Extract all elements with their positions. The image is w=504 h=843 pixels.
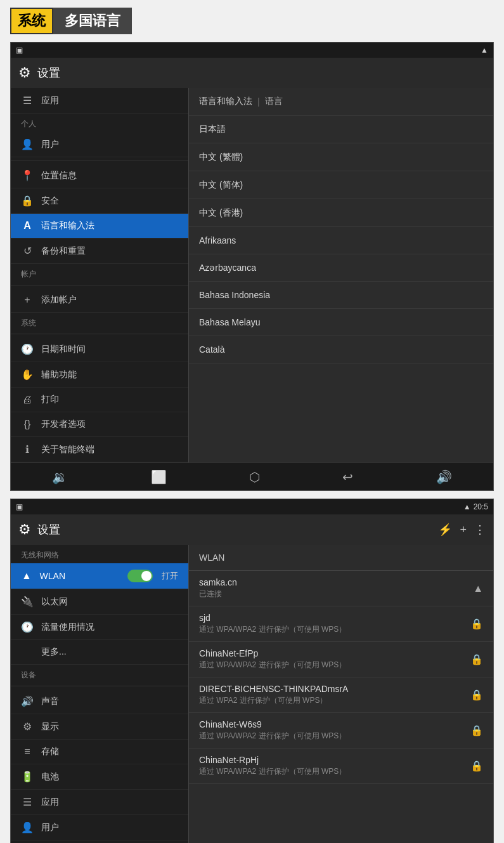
wlan-network-chinanet-efpp[interactable]: ChinaNet-EfPp 通过 WPA/WPA2 进行保护（可使用 WPS） … (189, 642, 493, 677)
add-account-icon-1: + (21, 294, 34, 306)
lang-item-zh-tw[interactable]: 中文 (繁體) (189, 143, 493, 171)
sidebar-item-wlan-2[interactable]: ▲ WLAN 打开 (11, 563, 188, 589)
wlan-status-samka: 已连接 (199, 589, 237, 599)
content-area-2: 无线和网络 ▲ WLAN 打开 🔌 以太网 🕐 流量使 (11, 545, 493, 843)
app-bar-actions-2: ⚡ + ⋮ (438, 523, 486, 537)
lang-item-bahasa-indonesia[interactable]: Bahasa Indonesia (189, 282, 493, 309)
lang-text-japanese: 日本語 (199, 124, 226, 134)
accessibility-icon-1: ✋ (21, 369, 34, 381)
sidebar-user-label-1: 用户 (41, 139, 59, 150)
screen-icon-1: ▣ (16, 46, 23, 55)
lang-item-zh-cn[interactable]: 中文 (简体) (189, 171, 493, 199)
sidebar-security-label-1: 安全 (41, 195, 59, 207)
sound-icon-2: 🔊 (21, 695, 34, 707)
lang-item-azerbaycanca[interactable]: Azərbaycanca (189, 254, 493, 282)
panel-subtitle-1: 语言 (265, 96, 283, 107)
wlan-signal-chinanet-rphj: 🔒 (470, 760, 483, 772)
wlan-info-direct: DIRECT-BICHENSC-THINKPADmsrA 通过 WPA2 进行保… (199, 684, 348, 706)
traffic-icon-2: 🕐 (21, 621, 34, 633)
display-icon-2: ⚙ (21, 721, 34, 733)
sidebar-item-apps-2[interactable]: ☰ 应用 (11, 790, 188, 815)
divider-1 (11, 160, 188, 160)
sidebar-ethernet-label-2: 以太网 (41, 596, 68, 608)
sidebar-item-more-2[interactable]: 更多... (11, 640, 188, 665)
sidebar-item-about-1[interactable]: ℹ 关于智能终端 (11, 437, 188, 462)
sidebar-item-battery-2[interactable]: 🔋 电池 (11, 764, 188, 790)
panel-divider-1: | (257, 96, 260, 107)
screen-icon-2: ▣ (16, 502, 23, 511)
sidebar-language-label-1: 语言和输入法 (41, 220, 94, 232)
lang-text-bahasa-indonesia: Bahasa Indonesia (199, 290, 270, 300)
sidebar-item-accessibility-1[interactable]: ✋ 辅助功能 (11, 362, 188, 388)
wlan-info-chinanet-rphj: ChinaNet-RpHj 通过 WPA/WPA2 进行保护（可使用 WPS） (199, 755, 346, 777)
location-icon-1: 📍 (21, 169, 34, 181)
wlan-network-chinanet-rphj[interactable]: ChinaNet-RpHj 通过 WPA/WPA2 进行保护（可使用 WPS） … (189, 748, 493, 784)
lang-item-bahasa-melayu[interactable]: Bahasa Melayu (189, 309, 493, 336)
sidebar-item-apps-1[interactable]: ☰ 应用 (11, 88, 188, 114)
wlan-status-sjd: 通过 WPA/WPA2 进行保护（可使用 WPS） (199, 624, 346, 635)
ethernet-icon-2: 🔌 (21, 596, 34, 608)
wlan-toggle-switch[interactable] (127, 570, 153, 582)
divider-3 (11, 334, 188, 334)
sidebar-accessibility-label-1: 辅助功能 (41, 369, 77, 381)
wlan-toggle-2: WLAN 打开 (40, 570, 178, 582)
section-system-1: 系统 (11, 313, 188, 331)
header-sys-label: 系统 (10, 8, 53, 34)
sidebar-item-user-1[interactable]: 👤 用户 (11, 132, 188, 157)
lang-item-zh-hk[interactable]: 中文 (香港) (189, 199, 493, 227)
sidebar-item-backup-1[interactable]: ↺ 备份和重置 (11, 239, 188, 264)
sidebar-developer-label-1: 开发者选项 (41, 419, 86, 430)
sidebar-item-location-1[interactable]: 📍 位置信息 (11, 163, 188, 188)
app-bar-title-2: 设置 (37, 522, 432, 537)
print-icon-1: 🖨 (21, 394, 34, 405)
sidebar-item-storage-2[interactable]: ≡ 存储 (11, 740, 188, 764)
recent-apps-icon-1[interactable]: ⬜ (141, 464, 177, 490)
sidebar-item-print-1[interactable]: 🖨 打印 (11, 388, 188, 412)
flash-icon-2[interactable]: ⚡ (438, 523, 452, 537)
wlan-toggle-control[interactable]: 打开 (127, 570, 178, 582)
app-bar-1: ⚙ 设置 (11, 58, 493, 88)
sidebar-item-user-2[interactable]: 👤 用户 (11, 815, 188, 840)
sidebar-item-add-account-1[interactable]: + 添加帐户 (11, 288, 188, 313)
sidebar-sound-label-2: 声音 (41, 696, 59, 707)
vol-down-icon-1[interactable]: 🔉 (42, 464, 78, 490)
back-icon-1[interactable]: ↩ (332, 464, 363, 490)
wlan-network-chinanet-w6s9[interactable]: ChinaNet-W6s9 通过 WPA/WPA2 进行保护（可使用 WPS） … (189, 713, 493, 748)
sidebar-add-account-label-1: 添加帐户 (41, 294, 77, 306)
screen1: ▣ ▲ ⚙ 设置 ☰ 应用 个人 👤 用户 📍 (10, 42, 494, 491)
sidebar-item-display-2[interactable]: ⚙ 显示 (11, 714, 188, 740)
home-icon-1[interactable]: ⬡ (239, 464, 270, 490)
language-icon-1: A (21, 220, 34, 232)
lang-text-azerbaycanca: Azərbaycanca (199, 263, 256, 273)
status-bar-right-2: ▲ 20:5 (463, 502, 488, 511)
sidebar-item-datetime-1[interactable]: 🕐 日期和时间 (11, 337, 188, 362)
more-icon-2[interactable]: ⋮ (474, 523, 486, 537)
panel-header-1: 语言和输入法 | 语言 (189, 88, 493, 115)
datetime-icon-1: 🕐 (21, 343, 34, 355)
developer-icon-1: {} (21, 419, 34, 430)
status-bar-right-1: ▲ (481, 46, 488, 55)
lang-item-afrikaans[interactable]: Afrikaans (189, 227, 493, 254)
wlan-network-sjd[interactable]: sjd 通过 WPA/WPA2 进行保护（可使用 WPS） 🔒 (189, 606, 493, 642)
sidebar-item-traffic-2[interactable]: 🕐 流量使用情况 (11, 615, 188, 640)
sidebar-item-developer-1[interactable]: {} 开发者选项 (11, 412, 188, 437)
wlan-name-direct: DIRECT-BICHENSC-THINKPADmsrA (199, 684, 348, 694)
about-icon-1: ℹ (21, 443, 34, 455)
wlan-icon-2: ▲ (21, 570, 32, 582)
sidebar-2: 无线和网络 ▲ WLAN 打开 🔌 以太网 🕐 流量使 (11, 545, 188, 843)
add-icon-2[interactable]: + (460, 523, 467, 537)
lang-text-zh-cn: 中文 (简体) (199, 180, 243, 190)
sidebar-item-security-1[interactable]: 🔒 安全 (11, 188, 188, 214)
wlan-signal-samka: ▲ (473, 583, 483, 594)
apps-icon-1: ☰ (21, 95, 34, 107)
lang-item-catala[interactable]: Català (189, 336, 493, 363)
sidebar-item-sound-2[interactable]: 🔊 声音 (11, 689, 188, 714)
wlan-network-samka[interactable]: samka.cn 已连接 ▲ (189, 571, 493, 606)
sidebar-item-ethernet-2[interactable]: 🔌 以太网 (11, 589, 188, 615)
wlan-network-direct[interactable]: DIRECT-BICHENSC-THINKPADmsrA 通过 WPA2 进行保… (189, 677, 493, 713)
lang-item-japanese[interactable]: 日本語 (189, 115, 493, 143)
wlan-name-sjd: sjd (199, 613, 346, 623)
vol-up-icon-1[interactable]: 🔊 (426, 464, 462, 490)
sidebar-item-language-1[interactable]: A 语言和输入法 (11, 214, 188, 239)
wlan-info-chinanet-w6s9: ChinaNet-W6s9 通过 WPA/WPA2 进行保护（可使用 WPS） (199, 719, 346, 742)
